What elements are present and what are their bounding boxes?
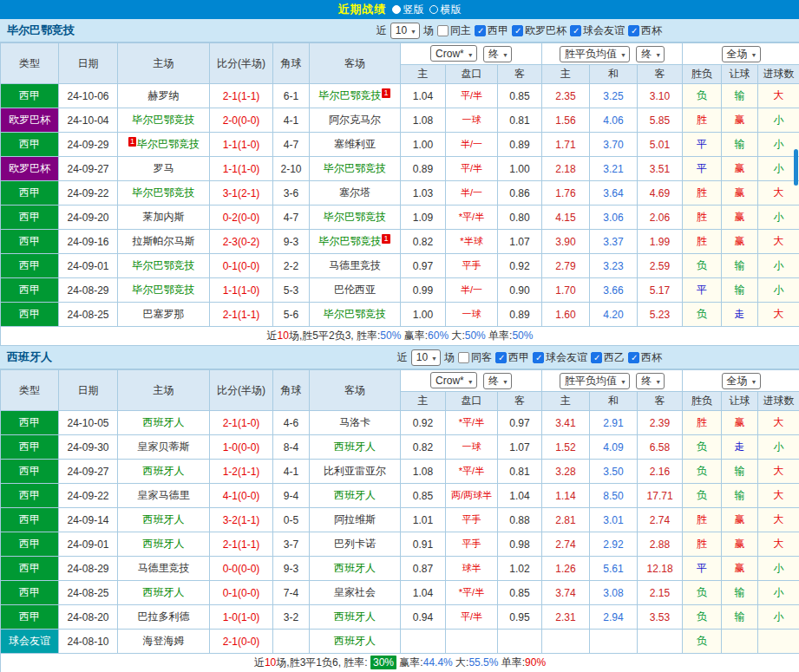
asian-away-odds-cell: 0.86 xyxy=(498,181,542,206)
team-link[interactable]: 西班牙人 xyxy=(143,513,185,525)
team-link[interactable]: 毕尔巴鄂竞技 xyxy=(324,308,386,320)
team-name[interactable]: 毕尔巴鄂竞技 xyxy=(7,23,75,38)
team-link[interactable]: 马洛卡 xyxy=(339,416,370,428)
europe-draw-odds-cell: 3.01 xyxy=(590,508,638,532)
europe-home-odds-cell: 2.31 xyxy=(542,605,590,630)
chevron-down-icon xyxy=(620,48,626,60)
odds-source-select[interactable]: Crow* xyxy=(430,45,477,62)
summary-segment: 60% xyxy=(428,329,449,342)
handicap-result-cell: 赢 xyxy=(722,557,758,581)
europe-home-odds-cell xyxy=(542,630,590,654)
league-filter[interactable]: 西杯 xyxy=(628,350,662,365)
team-link[interactable]: 赫罗纳 xyxy=(148,89,180,101)
table-header-row-1: 类型 日期 主场 比分(半场) 角球 客场 Crow* 终 胜平负均值 终 全场 xyxy=(1,43,799,65)
league-filter[interactable]: 西杯 xyxy=(628,23,662,38)
same-venue-filter[interactable]: 同客 xyxy=(458,350,492,365)
summary-segment: 大: xyxy=(453,656,469,669)
team-link[interactable]: 比利亚雷亚尔 xyxy=(324,465,386,477)
europe-stage-select[interactable]: 终 xyxy=(636,373,665,389)
layout-radio-vertical[interactable]: 竖版 xyxy=(392,3,424,17)
team-link[interactable]: 海登海姆 xyxy=(143,635,185,647)
handicap-result-cell xyxy=(722,630,758,654)
checkbox-icon[interactable] xyxy=(437,25,449,36)
team-link[interactable]: 西班牙人 xyxy=(334,635,376,647)
team-link[interactable]: 巴塞罗那 xyxy=(143,308,185,320)
europe-home-odds-cell: 3.28 xyxy=(542,460,590,484)
team-link[interactable]: 毕尔巴鄂竞技 xyxy=(133,259,195,271)
team-link[interactable]: 毕尔巴鄂竞技 xyxy=(324,162,386,174)
radio-icon[interactable] xyxy=(392,5,401,14)
same-venue-filter[interactable]: 同主 xyxy=(437,23,471,38)
team-link[interactable]: 皇家社会 xyxy=(334,586,376,598)
checkbox-icon[interactable] xyxy=(533,352,544,363)
scope-select[interactable]: 全场 xyxy=(722,46,761,62)
team-link[interactable]: 西班牙人 xyxy=(334,489,376,501)
away-team-cell: 阿拉维斯 xyxy=(310,508,401,532)
league-filter[interactable]: 西甲 xyxy=(495,350,529,365)
match-date-cell: 24-08-10 xyxy=(59,630,118,654)
europe-stage-select[interactable]: 终 xyxy=(636,46,665,62)
team-link[interactable]: 西班牙人 xyxy=(143,586,185,598)
team-link[interactable]: 皇家马德里 xyxy=(138,489,190,501)
col-header-type: 类型 xyxy=(1,43,59,84)
scrollbar-thumb[interactable] xyxy=(794,149,798,186)
checkbox-icon[interactable] xyxy=(628,25,639,36)
team-link[interactable]: 阿拉维斯 xyxy=(334,513,376,525)
match-count-select[interactable]: 10 xyxy=(411,349,441,366)
team-link[interactable]: 毕尔巴鄂竞技 xyxy=(133,186,195,199)
team-link[interactable]: 马德里竞技 xyxy=(329,259,381,271)
team-link[interactable]: 西班牙人 xyxy=(143,416,185,428)
asian-home-odds-cell: 0.82 xyxy=(401,435,446,460)
europe-home-odds-cell: 4.15 xyxy=(542,206,590,230)
europe-source-select[interactable]: 胜平负均值 xyxy=(560,373,630,389)
team-link[interactable]: 西班牙人 xyxy=(143,538,185,550)
team-link[interactable]: 毕尔巴鄂竞技 xyxy=(137,138,200,150)
checkbox-icon[interactable] xyxy=(628,352,639,363)
team-link[interactable]: 拉斯帕尔马斯 xyxy=(133,235,195,247)
team-link[interactable]: 莱加内斯 xyxy=(143,211,185,223)
team-link[interactable]: 毕尔巴鄂竞技 xyxy=(133,284,195,296)
team-link[interactable]: 毕尔巴鄂竞技 xyxy=(133,114,195,126)
team-link[interactable]: 西班牙人 xyxy=(334,610,376,623)
team-link[interactable]: 巴拉多利德 xyxy=(138,610,190,623)
team-link[interactable]: 巴伦西亚 xyxy=(334,284,376,296)
odds-stage-select[interactable]: 终 xyxy=(483,46,512,62)
radio-icon[interactable] xyxy=(429,5,438,14)
odds-source-select[interactable]: Crow* xyxy=(430,372,477,388)
team-name[interactable]: 西班牙人 xyxy=(7,349,52,365)
team-link[interactable]: 西班牙人 xyxy=(334,562,376,574)
team-link[interactable]: 巴列卡诺 xyxy=(334,538,376,550)
checkbox-icon[interactable] xyxy=(591,352,602,363)
team-link[interactable]: 阿尔克马尔 xyxy=(329,114,381,126)
col-header-away: 客场 xyxy=(310,43,401,84)
match-count-select[interactable]: 10 xyxy=(390,23,420,39)
match-date-cell: 24-08-29 xyxy=(59,557,118,581)
checkbox-icon[interactable] xyxy=(495,352,507,363)
league-filter[interactable]: 西甲 xyxy=(475,23,508,38)
team-link[interactable]: 皇家贝蒂斯 xyxy=(138,440,190,453)
team-link[interactable]: 西班牙人 xyxy=(143,465,185,477)
team-link[interactable]: 毕尔巴鄂竞技 xyxy=(318,235,381,247)
team-link[interactable]: 罗马 xyxy=(154,162,174,174)
team-link[interactable]: 毕尔巴鄂竞技 xyxy=(318,89,381,101)
asian-home-odds-cell: 0.82 xyxy=(401,230,446,254)
league-filter[interactable]: 西乙 xyxy=(591,350,625,365)
team-link[interactable]: 塞维利亚 xyxy=(334,138,376,150)
odds-stage-select[interactable]: 终 xyxy=(483,373,512,389)
subcol-odds-away: 客 xyxy=(498,392,542,411)
checkbox-icon[interactable] xyxy=(458,352,469,363)
europe-source-select[interactable]: 胜平负均值 xyxy=(560,46,630,62)
scope-select[interactable]: 全场 xyxy=(722,373,761,389)
checkbox-icon[interactable] xyxy=(512,25,523,36)
league-filter[interactable]: 球会友谊 xyxy=(533,350,587,365)
layout-radio-horizontal[interactable]: 横版 xyxy=(429,3,462,17)
checkbox-icon[interactable] xyxy=(475,25,486,36)
team-link[interactable]: 马德里竞技 xyxy=(138,562,190,574)
checkbox-icon[interactable] xyxy=(570,25,581,36)
league-filter[interactable]: 球会友谊 xyxy=(570,23,625,38)
league-filter[interactable]: 欧罗巴杯 xyxy=(512,23,567,38)
home-team-cell: 巴拉多利德 xyxy=(118,605,210,630)
team-link[interactable]: 塞尔塔 xyxy=(339,186,370,199)
team-link[interactable]: 西班牙人 xyxy=(334,440,376,453)
team-link[interactable]: 毕尔巴鄂竞技 xyxy=(324,211,386,223)
